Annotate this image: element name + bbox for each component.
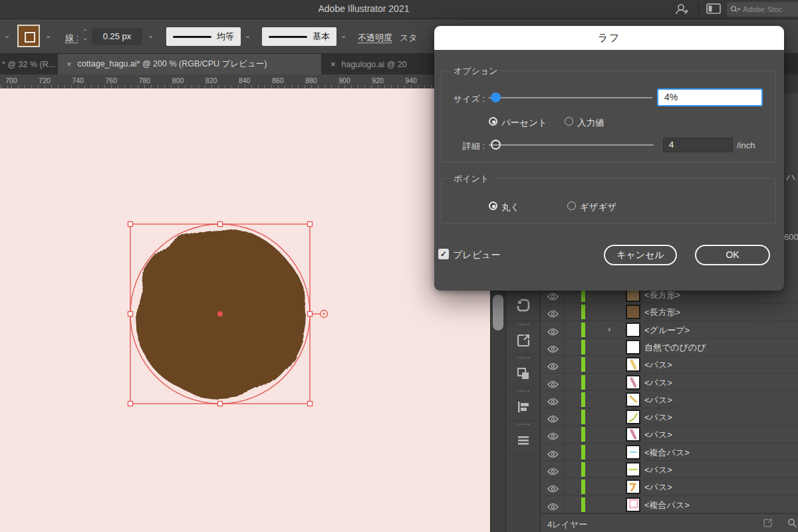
detail-slider-thumb[interactable] — [491, 140, 501, 150]
close-tab-icon[interactable]: × — [66, 59, 72, 69]
share-user-icon[interactable] — [674, 3, 690, 16]
detail-value-field[interactable]: 4 — [663, 138, 733, 152]
detail-label: 詳細 : — [440, 140, 485, 152]
percent-radio[interactable] — [489, 117, 497, 126]
size-slider[interactable] — [489, 97, 652, 98]
layer-thumbnail[interactable] — [626, 357, 640, 372]
libraries-panel-icon[interactable] — [510, 292, 537, 319]
visibility-eye-icon[interactable] — [547, 466, 559, 478]
chevron-down-icon[interactable]: ⌄ — [148, 31, 154, 40]
size-value-field[interactable]: 4% — [657, 88, 763, 106]
layer-row[interactable]: ›<グループ> — [541, 321, 798, 338]
absolute-radio[interactable] — [565, 117, 573, 126]
align-panel-icon[interactable] — [510, 394, 537, 420]
chevron-down-icon[interactable]: ⌄ — [4, 31, 10, 40]
selection-color-bar — [581, 340, 585, 354]
stroke-label[interactable]: 線 : — [65, 32, 78, 44]
layer-thumbnail[interactable] — [626, 340, 640, 354]
visibility-eye-icon[interactable] — [547, 309, 559, 321]
selection-color-bar — [581, 305, 585, 319]
selection-color-bar — [581, 479, 585, 494]
layer-row[interactable]: <パス> — [541, 478, 798, 495]
chevron-down-icon[interactable]: ⌄ — [340, 31, 346, 40]
layer-thumbnail[interactable] — [626, 497, 640, 512]
selection-color-bar — [581, 357, 585, 372]
document-tab-1[interactable]: * @ 32 % (R... — [0, 54, 58, 74]
export-panel-icon[interactable] — [510, 327, 537, 354]
layer-name: <複合パス> — [644, 447, 690, 459]
panel-toggle-icon[interactable] — [706, 3, 722, 16]
hidden-panel-text: 600 — [784, 232, 798, 242]
size-slider-thumb[interactable] — [491, 92, 501, 102]
layer-thumbnail[interactable] — [626, 375, 640, 390]
properties-panel-icon[interactable] — [510, 427, 537, 454]
chevron-down-icon[interactable]: ⌄ — [245, 31, 251, 40]
collect-for-export-icon[interactable] — [763, 518, 773, 531]
layer-thumbnail[interactable] — [626, 479, 640, 494]
opacity-link[interactable]: 不透明度 — [358, 32, 392, 44]
artboard-canvas[interactable] — [0, 88, 490, 532]
points-label: ポイント — [450, 173, 493, 185]
layer-row[interactable]: <パス> — [541, 374, 798, 391]
cancel-button[interactable]: キャンセル — [604, 245, 677, 265]
absolute-radio-label[interactable]: 入力値 — [577, 117, 604, 129]
layer-thumbnail[interactable] — [626, 392, 640, 407]
titlebar-divider — [698, 3, 699, 16]
visibility-eye-icon[interactable] — [547, 327, 559, 338]
stroke-width-field[interactable]: 0.25 px — [92, 28, 142, 45]
layer-row[interactable]: 自然でのびのび — [541, 338, 798, 356]
layer-thumbnail[interactable] — [626, 445, 640, 460]
preview-checkbox[interactable]: ✓ — [438, 249, 449, 259]
ok-button[interactable]: OK — [695, 245, 770, 265]
layer-row[interactable]: <複合パス> — [541, 444, 798, 461]
layer-row[interactable]: <パス> — [541, 461, 798, 478]
jagged-radio[interactable] — [567, 201, 576, 210]
brush-dropdown[interactable]: 基本 — [262, 27, 336, 46]
visibility-eye-icon[interactable] — [547, 344, 559, 356]
layer-thumbnail[interactable] — [626, 427, 640, 442]
smooth-radio[interactable] — [489, 201, 497, 210]
scrollbar-thumb[interactable] — [493, 295, 503, 331]
stroke-color-swatch[interactable] — [17, 25, 40, 47]
layer-count: 4レイヤー — [547, 519, 587, 531]
selection-color-bar — [581, 392, 585, 407]
document-tab-active[interactable]: × cottage_hagu.ai* @ 200 % (RGB/CPU プレビュ… — [58, 54, 321, 74]
smooth-radio-label[interactable]: 丸く — [501, 201, 519, 213]
layer-thumbnail[interactable] — [626, 462, 640, 477]
ruler-tick-label: 940 — [405, 76, 417, 84]
visibility-eye-icon[interactable] — [547, 291, 559, 303]
visibility-eye-icon[interactable] — [547, 501, 559, 513]
expand-arrow-icon[interactable]: › — [608, 324, 610, 334]
preview-label[interactable]: プレビュー — [453, 249, 500, 261]
layer-thumbnail[interactable] — [626, 305, 640, 319]
close-tab-icon[interactable]: × — [331, 59, 336, 69]
style-label[interactable]: スタ — [400, 32, 418, 44]
layer-row[interactable]: <パス> — [541, 426, 798, 443]
detail-slider[interactable] — [489, 144, 654, 146]
visibility-eye-icon[interactable] — [547, 361, 559, 373]
locate-object-icon[interactable] — [787, 518, 797, 531]
visibility-eye-icon[interactable] — [547, 379, 559, 391]
jagged-radio-label[interactable]: ギザギザ — [580, 201, 616, 213]
chevron-down-icon[interactable]: ⌄ — [45, 31, 51, 40]
visibility-eye-icon[interactable] — [547, 396, 559, 408]
layer-thumbnail[interactable] — [626, 323, 640, 337]
stroke-width-stepper[interactable]: ⌃⌄ — [81, 29, 89, 43]
layer-row[interactable]: <長方形> — [541, 303, 798, 321]
dialog-title: ラフ — [434, 26, 784, 50]
percent-radio-label[interactable]: パーセント — [501, 117, 547, 129]
layer-row[interactable]: <パス> — [541, 356, 798, 373]
selection-color-bar — [581, 375, 585, 390]
layer-row[interactable]: <複合パス> — [541, 496, 798, 513]
pathfinder-panel-icon[interactable] — [510, 360, 537, 387]
brush-preview — [269, 36, 307, 38]
visibility-eye-icon[interactable] — [547, 483, 559, 495]
width-profile-dropdown[interactable]: 均等 — [166, 27, 241, 46]
layer-row[interactable]: <パス> — [541, 408, 798, 426]
visibility-eye-icon[interactable] — [547, 449, 559, 461]
layer-row[interactable]: <パス> — [541, 391, 798, 408]
stock-search-input[interactable]: Adobe Stoc — [727, 2, 798, 17]
visibility-eye-icon[interactable] — [547, 414, 559, 426]
layer-thumbnail[interactable] — [626, 410, 640, 424]
visibility-eye-icon[interactable] — [547, 431, 559, 443]
